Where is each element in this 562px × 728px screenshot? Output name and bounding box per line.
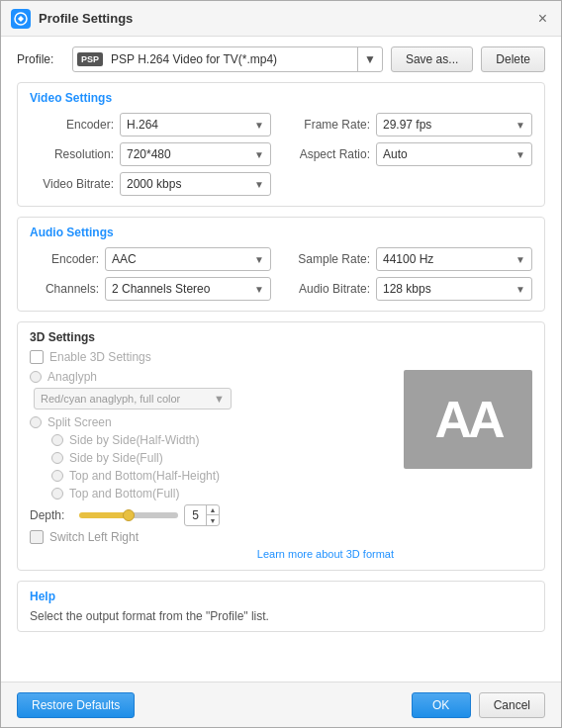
profile-label: Profile: — [17, 52, 64, 66]
audio-encoder-select[interactable]: AAC ▼ — [105, 247, 271, 271]
three-d-preview: AA — [404, 370, 532, 560]
aa-preview-box: AA — [404, 370, 532, 469]
profile-value: PSP H.264 Video for TV(*.mp4) — [107, 52, 357, 66]
split-option-2-label: Side by Side(Full) — [69, 451, 163, 465]
audio-bitrate-label: Audio Bitrate: — [291, 282, 370, 296]
profile-select[interactable]: PSP PSP H.264 Video for TV(*.mp4) ▼ — [72, 46, 383, 72]
split-option-2: Side by Side(Full) — [51, 451, 394, 465]
split-option-4-radio[interactable] — [51, 488, 63, 500]
app-icon — [11, 9, 31, 29]
sample-rate-row: Sample Rate: 44100 Hz ▼ — [291, 247, 532, 271]
switch-row: Switch Left Right — [30, 530, 394, 544]
aspect-ratio-value: Auto — [383, 147, 408, 161]
anaglyph-arrow: ▼ — [214, 393, 225, 405]
help-text: Select the output format from the "Profi… — [30, 609, 269, 623]
resolution-arrow: ▼ — [254, 149, 264, 160]
video-settings-grid: Encoder: H.264 ▼ Frame Rate: 29.97 fps ▼ — [30, 113, 532, 196]
cancel-button[interactable]: Cancel — [479, 692, 545, 718]
enable-3d-row: Enable 3D Settings — [30, 350, 532, 364]
anaglyph-radio[interactable] — [30, 371, 42, 383]
restore-defaults-button[interactable]: Restore Defaults — [17, 692, 135, 718]
split-option-1: Side by Side(Half-Width) — [51, 433, 394, 447]
anaglyph-label: Anaglyph — [47, 370, 97, 384]
dialog: Profile Settings × Profile: PSP PSP H.26… — [0, 0, 562, 728]
encoder-value: H.264 — [127, 118, 158, 132]
video-bitrate-value: 2000 kbps — [127, 177, 181, 191]
split-screen-row: Split Screen — [30, 415, 394, 429]
sample-rate-label: Sample Rate: — [291, 252, 370, 266]
aa-preview-text: AA — [434, 394, 501, 445]
frame-rate-value: 29.97 fps — [383, 118, 431, 132]
depth-label: Depth: — [30, 508, 73, 522]
help-title: Help — [30, 590, 532, 603]
switch-checkbox[interactable] — [30, 530, 44, 544]
split-options: Side by Side(Half-Width) Side by Side(Fu… — [51, 433, 394, 500]
depth-slider-thumb[interactable] — [123, 509, 135, 521]
audio-settings-grid: Encoder: AAC ▼ Sample Rate: 44100 Hz ▼ — [30, 247, 532, 301]
footer: Restore Defaults OK Cancel — [1, 682, 561, 727]
channels-row: Channels: 2 Channels Stereo ▼ — [30, 277, 271, 301]
aspect-ratio-select[interactable]: Auto ▼ — [376, 142, 532, 166]
profile-dropdown-arrow[interactable]: ▼ — [357, 47, 382, 71]
three-d-settings-section: 3D Settings Enable 3D Settings Anaglyph … — [17, 321, 545, 571]
depth-value-box: 5 ▲ ▼ — [184, 504, 220, 526]
three-d-body: Anaglyph Red/cyan anaglyph, full color ▼… — [30, 370, 532, 560]
depth-slider[interactable] — [79, 512, 178, 518]
audio-bitrate-row: Audio Bitrate: 128 kbps ▼ — [291, 277, 532, 301]
split-option-3-radio[interactable] — [51, 470, 63, 482]
encoder-row: Encoder: H.264 ▼ — [30, 113, 271, 136]
depth-down-spinner[interactable]: ▼ — [207, 515, 219, 525]
depth-spinners: ▲ ▼ — [206, 505, 219, 525]
profile-row: Profile: PSP PSP H.264 Video for TV(*.mp… — [17, 46, 545, 72]
sample-rate-select[interactable]: 44100 Hz ▼ — [376, 247, 532, 271]
split-option-2-radio[interactable] — [51, 452, 63, 464]
depth-up-spinner[interactable]: ▲ — [207, 505, 219, 515]
split-option-4: Top and Bottom(Full) — [51, 487, 394, 500]
delete-button[interactable]: Delete — [481, 46, 545, 72]
three-d-left: Anaglyph Red/cyan anaglyph, full color ▼… — [30, 370, 394, 560]
audio-encoder-label: Encoder: — [30, 252, 99, 266]
learn-more-link[interactable]: Learn more about 3D format — [30, 548, 394, 560]
title-bar: Profile Settings × — [1, 1, 561, 37]
channels-select[interactable]: 2 Channels Stereo ▼ — [105, 277, 271, 301]
video-bitrate-select[interactable]: 2000 kbps ▼ — [120, 172, 271, 196]
frame-rate-select[interactable]: 29.97 fps ▼ — [376, 113, 532, 136]
three-d-settings-title: 3D Settings — [30, 330, 532, 344]
split-option-1-label: Side by Side(Half-Width) — [69, 433, 199, 447]
audio-bitrate-select[interactable]: 128 kbps ▼ — [376, 277, 532, 301]
anaglyph-option: Red/cyan anaglyph, full color — [41, 393, 180, 405]
video-bitrate-row: Video Bitrate: 2000 kbps ▼ — [30, 172, 271, 196]
enable-3d-checkbox[interactable] — [30, 350, 44, 364]
ok-button[interactable]: OK — [412, 692, 471, 718]
depth-row: Depth: 5 ▲ ▼ — [30, 504, 394, 526]
video-settings-title: Video Settings — [30, 91, 532, 105]
split-screen-radio[interactable] — [30, 416, 42, 428]
split-screen-label: Split Screen — [47, 415, 112, 429]
audio-settings-section: Audio Settings Encoder: AAC ▼ Sample Rat… — [17, 217, 545, 312]
encoder-select[interactable]: H.264 ▼ — [120, 113, 271, 136]
channels-value: 2 Channels Stereo — [112, 282, 210, 296]
video-bitrate-label: Video Bitrate: — [30, 177, 114, 191]
audio-encoder-arrow: ▼ — [254, 254, 264, 265]
dialog-title: Profile Settings — [39, 11, 534, 26]
anaglyph-select[interactable]: Red/cyan anaglyph, full color ▼ — [34, 388, 232, 410]
close-button[interactable]: × — [534, 11, 551, 27]
aspect-ratio-label: Aspect Ratio: — [291, 147, 370, 161]
split-option-3-label: Top and Bottom(Half-Height) — [69, 469, 220, 483]
audio-bitrate-arrow: ▼ — [515, 284, 525, 295]
content-area: Profile: PSP PSP H.264 Video for TV(*.mp… — [1, 37, 561, 682]
save-as-button[interactable]: Save as... — [391, 46, 473, 72]
resolution-value: 720*480 — [127, 147, 171, 161]
resolution-select[interactable]: 720*480 ▼ — [120, 142, 271, 166]
depth-value: 5 — [185, 508, 206, 522]
aspect-ratio-row: Aspect Ratio: Auto ▼ — [291, 142, 532, 166]
split-option-1-radio[interactable] — [51, 434, 63, 446]
frame-rate-arrow: ▼ — [515, 120, 525, 131]
frame-rate-row: Frame Rate: 29.97 fps ▼ — [291, 113, 532, 136]
audio-settings-title: Audio Settings — [30, 226, 532, 239]
channels-arrow: ▼ — [254, 284, 264, 295]
switch-label: Switch Left Right — [49, 530, 139, 544]
profile-badge: PSP — [77, 52, 103, 66]
footer-left: Restore Defaults — [17, 692, 404, 718]
anaglyph-row: Anaglyph — [30, 370, 394, 384]
